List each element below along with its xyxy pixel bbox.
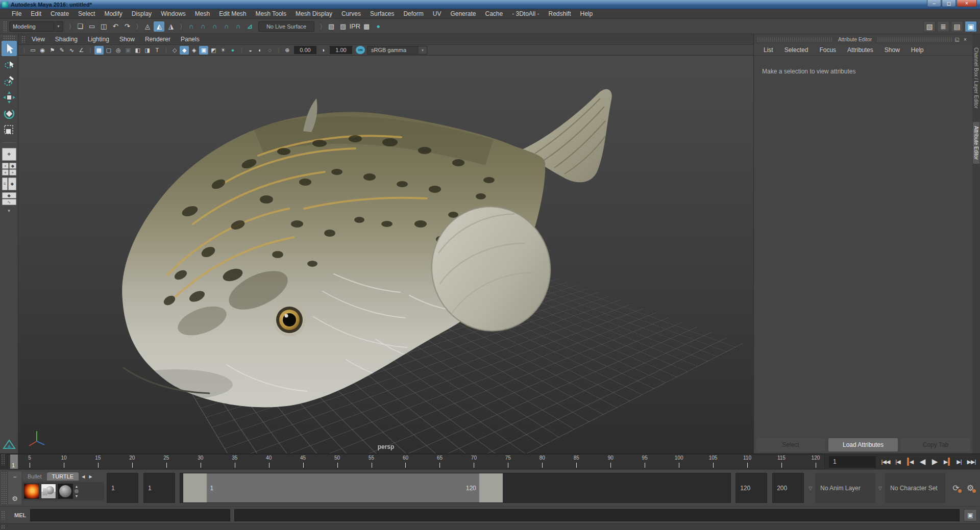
motion-trail-icon[interactable]: ∿ bbox=[67, 46, 76, 55]
menu-item[interactable]: Deform bbox=[399, 10, 428, 17]
gate-mask-icon[interactable]: ▣ bbox=[124, 46, 133, 55]
wireframe-icon[interactable]: ◇ bbox=[170, 46, 179, 55]
display-region-icon[interactable]: ◧ bbox=[133, 46, 142, 55]
playback-end-field[interactable]: 120 bbox=[736, 473, 767, 503]
anim-layer-dropdown[interactable]: No Anim Layer bbox=[815, 473, 875, 503]
thumbnail-spinner[interactable]: ▲ ▼ bbox=[75, 485, 79, 498]
character-set-arrow-icon[interactable]: ▽ bbox=[876, 486, 884, 491]
panel-menu-item[interactable]: Renderer bbox=[140, 36, 176, 43]
load-attributes-button[interactable]: Load Attributes bbox=[828, 438, 898, 451]
range-slider-track[interactable]: 1 120 bbox=[180, 473, 731, 503]
contrast-icon[interactable]: ◑ bbox=[318, 46, 328, 55]
drag-handle[interactable] bbox=[3, 21, 7, 32]
render-preview-thumbnail[interactable] bbox=[41, 484, 56, 499]
paint-selection-tool-icon[interactable] bbox=[2, 73, 17, 89]
select-camera-icon[interactable]: ▭ bbox=[28, 46, 37, 55]
select-object-icon[interactable]: ◭ bbox=[154, 21, 164, 32]
make-live-icon[interactable]: ⊿ bbox=[244, 21, 255, 32]
outliner-persp-layout-button[interactable]: ≡◆ bbox=[2, 178, 16, 190]
single-pane-layout-button[interactable]: ❖ bbox=[2, 148, 16, 161]
channel-box-toggle-icon[interactable]: ▤ bbox=[951, 21, 963, 32]
save-scene-icon[interactable]: ◫ bbox=[99, 21, 109, 32]
close-button[interactable]: × bbox=[957, 0, 977, 7]
undock-panel-icon[interactable]: ◱ bbox=[953, 36, 961, 43]
snap-to-point-icon[interactable]: ∩ bbox=[209, 21, 220, 32]
title-bar[interactable]: Autodesk Maya 2016: untitled* – ◻ × bbox=[0, 0, 980, 9]
panel-menu-item[interactable]: Lighting bbox=[83, 36, 114, 43]
menu-item[interactable]: Curves bbox=[337, 10, 365, 17]
range-slider-bar[interactable]: 1 120 bbox=[183, 473, 502, 502]
attribute-editor-menu-item[interactable]: Selected bbox=[779, 46, 814, 54]
current-frame-marker[interactable]: 1 bbox=[10, 455, 18, 469]
menu-set-arrow-icon[interactable]: ▼ bbox=[54, 21, 63, 32]
camera-attributes-icon[interactable]: ◉ bbox=[38, 46, 47, 55]
menu-item[interactable]: Help bbox=[576, 10, 598, 17]
persp-graph-layout-button[interactable]: ◆∿ bbox=[2, 192, 16, 205]
isolate-select-icon[interactable]: ◌ bbox=[265, 46, 275, 55]
exposure-icon[interactable]: ⊕ bbox=[283, 46, 292, 55]
range-end-handle[interactable] bbox=[479, 473, 503, 502]
animation-start-field[interactable]: 1 bbox=[107, 473, 138, 503]
move-tool-icon[interactable] bbox=[2, 90, 17, 105]
command-input-field[interactable] bbox=[30, 509, 230, 521]
play-forwards-button[interactable]: ▶ bbox=[929, 457, 940, 467]
xray-icon[interactable]: ◒ bbox=[246, 46, 255, 55]
live-surface-field[interactable]: No Live Surface bbox=[258, 21, 314, 32]
use-default-material-icon[interactable]: ◩ bbox=[209, 46, 218, 55]
current-frame-field[interactable]: 1 bbox=[829, 456, 876, 468]
measure-icon[interactable]: ∠ bbox=[77, 46, 86, 55]
contrast-field[interactable]: 1.00 bbox=[330, 46, 352, 54]
redo-icon[interactable]: ↷ bbox=[122, 21, 133, 32]
panel-drag-handle[interactable] bbox=[21, 36, 26, 43]
color-transform-arrow-icon[interactable]: ▼ bbox=[419, 46, 427, 54]
modeling-toolkit-toggle-icon[interactable]: ▧ bbox=[923, 21, 936, 32]
sphere-thumbnail[interactable] bbox=[58, 484, 73, 499]
fish-model[interactable] bbox=[18, 56, 753, 449]
toolbox-extra-icon[interactable] bbox=[3, 439, 16, 451]
exposure-field[interactable]: 0.00 bbox=[294, 46, 316, 54]
four-pane-layout-button[interactable]: ++ ◆+ bbox=[2, 163, 16, 175]
menu-item[interactable]: Windows bbox=[156, 10, 190, 17]
bullet-flame-thumbnail[interactable] bbox=[24, 484, 39, 499]
step-forward-frame-button[interactable]: ▶| bbox=[953, 457, 965, 467]
go-to-end-button[interactable]: ▶▶| bbox=[966, 457, 977, 467]
bookmark-icon[interactable]: ⚑ bbox=[47, 46, 57, 55]
xray-joints-icon[interactable]: ◐ bbox=[256, 46, 265, 55]
command-language-toggle[interactable]: MEL bbox=[6, 512, 30, 518]
menu-item[interactable]: Display bbox=[127, 10, 156, 17]
viewport-canvas[interactable]: persp bbox=[18, 56, 753, 453]
attribute-editor-menu-item[interactable]: Attributes bbox=[842, 46, 879, 54]
textured-icon[interactable]: ▣ bbox=[199, 46, 208, 55]
lighting-icon[interactable]: ☀ bbox=[218, 46, 228, 55]
panel-menu-item[interactable]: View bbox=[27, 36, 50, 43]
go-to-start-button[interactable]: |◀◀ bbox=[880, 457, 891, 467]
gamma-toggle-icon[interactable]: ON bbox=[356, 46, 365, 54]
step-back-key-button[interactable]: ◀ bbox=[904, 457, 916, 467]
menu-item[interactable]: Cache bbox=[480, 10, 507, 17]
render-sphere-icon[interactable]: ● bbox=[373, 21, 384, 32]
anim-layer-arrow-icon[interactable]: ▽ bbox=[806, 486, 814, 491]
menu-set-dropdown[interactable]: Modeling bbox=[9, 21, 54, 32]
toolbox-drag-handle[interactable] bbox=[3, 35, 15, 40]
menu-item[interactable]: Surfaces bbox=[365, 10, 399, 17]
attribute-editor-menu-item[interactable]: Focus bbox=[814, 46, 842, 54]
attribute-editor-menu-item[interactable]: Help bbox=[905, 46, 929, 54]
attribute-editor-tab[interactable]: Attribute Editor bbox=[973, 122, 979, 164]
menu-item[interactable]: Create bbox=[46, 10, 74, 17]
color-transform-dropdown[interactable]: sRGB gamma ▼ bbox=[367, 46, 427, 55]
rotate-tool-icon[interactable] bbox=[2, 106, 17, 121]
attribute-editor-menu-item[interactable]: Show bbox=[879, 46, 905, 54]
menu-item[interactable]: Modify bbox=[100, 10, 127, 17]
character-set-dropdown[interactable]: No Character Set bbox=[885, 473, 945, 503]
animation-preferences-icon[interactable]: ⟳ bbox=[950, 483, 962, 494]
render-settings-icon[interactable]: ▩ bbox=[361, 21, 372, 32]
panel-menu-item[interactable]: Panels bbox=[176, 36, 205, 43]
channel-box-layer-editor-tab[interactable]: Channel Box / Layer Editor bbox=[973, 43, 979, 113]
turtle-tab[interactable]: TURTLE bbox=[47, 472, 79, 481]
collapse-icon[interactable]: − bbox=[13, 473, 16, 481]
safe-display-icon[interactable]: ◨ bbox=[143, 46, 152, 55]
lasso-tool-icon[interactable] bbox=[2, 57, 17, 72]
range-start-handle[interactable] bbox=[183, 473, 207, 502]
menu-item[interactable]: Redshift bbox=[544, 10, 576, 17]
panel-menu-item[interactable]: Show bbox=[114, 36, 140, 43]
